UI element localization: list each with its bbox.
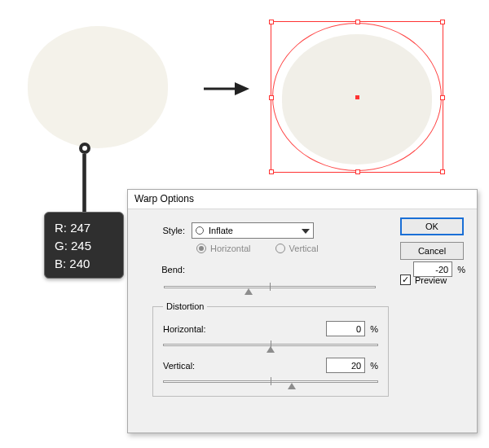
orientation-horizontal-label: Horizontal bbox=[210, 244, 251, 253]
dialog-title[interactable]: Warp Options bbox=[128, 190, 477, 209]
style-select[interactable]: Inflate bbox=[192, 222, 314, 239]
distortion-h-pct: % bbox=[370, 324, 378, 334]
callout-b: B: 240 bbox=[55, 255, 113, 273]
preview-label: Preview bbox=[415, 275, 447, 285]
handle-mid-right[interactable] bbox=[440, 95, 445, 100]
orientation-horizontal[interactable]: Horizontal bbox=[196, 244, 251, 253]
bounding-box[interactable] bbox=[271, 21, 443, 173]
callout-stem bbox=[82, 154, 86, 214]
warp-options-dialog: Warp Options Style: Inflate Horizontal V… bbox=[127, 189, 478, 433]
distortion-v-pct: % bbox=[370, 361, 378, 371]
handle-bottom-right[interactable] bbox=[440, 169, 445, 174]
handle-bottom-mid[interactable] bbox=[355, 169, 360, 174]
slider-center-tick bbox=[271, 377, 271, 385]
slider-center-tick bbox=[270, 283, 271, 291]
svg-marker-2 bbox=[302, 229, 310, 234]
distortion-v-label: Vertical: bbox=[163, 361, 220, 371]
ok-button[interactable]: OK bbox=[400, 217, 464, 235]
distortion-h-slider[interactable] bbox=[163, 340, 378, 351]
radio-icon bbox=[275, 244, 285, 253]
center-point[interactable] bbox=[355, 95, 359, 99]
color-callout: R: 247 G: 245 B: 240 bbox=[44, 212, 124, 279]
handle-top-mid[interactable] bbox=[355, 20, 360, 24]
distortion-h-label: Horizontal: bbox=[163, 324, 220, 334]
slider-thumb[interactable] bbox=[244, 288, 253, 295]
distortion-group: Distortion Horizontal: % Vertical: % bbox=[152, 301, 389, 397]
style-label: Style: bbox=[139, 226, 192, 235]
cancel-button[interactable]: Cancel bbox=[400, 242, 464, 260]
callout-anchor bbox=[79, 143, 90, 154]
handle-top-left[interactable] bbox=[269, 20, 274, 24]
distortion-legend: Distortion bbox=[163, 301, 207, 311]
distortion-v-slider[interactable] bbox=[163, 376, 378, 388]
style-value: Inflate bbox=[209, 226, 233, 235]
callout-g: G: 245 bbox=[55, 237, 113, 255]
slider-thumb[interactable] bbox=[288, 383, 296, 389]
bend-label: Bend: bbox=[139, 265, 192, 275]
callout-r: R: 247 bbox=[55, 219, 113, 237]
distortion-v-input[interactable] bbox=[326, 358, 365, 373]
checkbox-icon: ✓ bbox=[400, 275, 411, 285]
orientation-vertical-label: Vertical bbox=[289, 244, 319, 253]
slider-thumb[interactable] bbox=[267, 346, 275, 353]
bend-slider[interactable] bbox=[164, 282, 376, 293]
distortion-h-input[interactable] bbox=[326, 321, 365, 336]
handle-bottom-left[interactable] bbox=[269, 169, 274, 174]
handle-mid-left[interactable] bbox=[269, 95, 274, 100]
preview-checkbox[interactable]: ✓ Preview bbox=[400, 275, 464, 285]
dialog-body: Style: Inflate Horizontal Vertical Bend: bbox=[128, 209, 477, 433]
inflate-icon bbox=[196, 226, 204, 235]
handle-top-right[interactable] bbox=[440, 20, 445, 24]
radio-icon bbox=[196, 244, 206, 253]
source-oval bbox=[28, 26, 168, 148]
svg-marker-1 bbox=[235, 82, 249, 95]
arrow-icon bbox=[202, 77, 251, 101]
orientation-vertical[interactable]: Vertical bbox=[275, 244, 319, 253]
result-selection bbox=[271, 21, 443, 176]
chevron-down-icon bbox=[302, 227, 310, 235]
